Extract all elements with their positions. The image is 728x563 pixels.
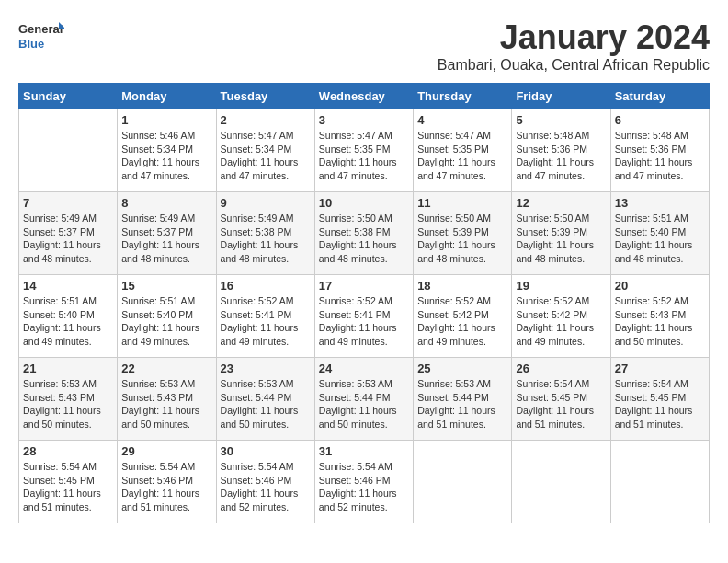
day-info: Sunrise: 5:52 AM Sunset: 5:43 PM Dayligh… (615, 294, 705, 349)
day-number: 5 (516, 113, 606, 127)
day-info: Sunrise: 5:50 AM Sunset: 5:38 PM Dayligh… (319, 212, 409, 266)
day-number: 21 (23, 362, 113, 375)
calendar-header: Sunday Monday Tuesday Wednesday Thursday… (19, 84, 710, 109)
day-number: 9 (221, 196, 311, 210)
calendar-table: Sunday Monday Tuesday Wednesday Thursday… (18, 83, 710, 523)
day-number: 6 (615, 113, 705, 127)
day-number: 16 (221, 279, 311, 293)
cell-1-3: 10 Sunrise: 5:50 AM Sunset: 5:38 PM Dayl… (314, 192, 413, 275)
day-number: 25 (417, 362, 507, 375)
day-info: Sunrise: 5:52 AM Sunset: 5:42 PM Dayligh… (516, 294, 606, 349)
title-area: January 2024 Bambari, Ouaka, Central Afr… (438, 18, 710, 74)
cell-4-1: 29 Sunrise: 5:54 AM Sunset: 5:46 PM Dayl… (118, 441, 216, 523)
day-number: 10 (319, 196, 409, 210)
day-info: Sunrise: 5:51 AM Sunset: 5:40 PM Dayligh… (615, 212, 705, 266)
cell-4-2: 30 Sunrise: 5:54 AM Sunset: 5:46 PM Dayl… (216, 441, 314, 523)
cell-2-2: 16 Sunrise: 5:52 AM Sunset: 5:41 PM Dayl… (216, 275, 314, 358)
day-info: Sunrise: 5:53 AM Sunset: 5:44 PM Dayligh… (319, 377, 409, 431)
week-row-2: 7 Sunrise: 5:49 AM Sunset: 5:37 PM Dayli… (19, 192, 710, 275)
col-friday: Friday (512, 84, 610, 109)
day-number: 2 (221, 113, 311, 127)
cell-4-5 (512, 441, 610, 523)
day-number: 7 (23, 196, 113, 210)
day-info: Sunrise: 5:53 AM Sunset: 5:43 PM Dayligh… (23, 377, 113, 431)
header-row: Sunday Monday Tuesday Wednesday Thursday… (19, 84, 710, 109)
header: General Blue January 2024 Bambari, Ouaka… (18, 18, 710, 74)
day-number: 23 (221, 362, 311, 375)
day-number: 1 (121, 113, 211, 127)
week-row-3: 14 Sunrise: 5:51 AM Sunset: 5:40 PM Dayl… (19, 275, 710, 358)
day-info: Sunrise: 5:47 AM Sunset: 5:35 PM Dayligh… (417, 129, 507, 183)
cell-2-5: 19 Sunrise: 5:52 AM Sunset: 5:42 PM Dayl… (512, 275, 610, 358)
day-number: 19 (516, 279, 606, 293)
cell-4-6 (610, 441, 709, 523)
cell-1-2: 9 Sunrise: 5:49 AM Sunset: 5:38 PM Dayli… (216, 192, 314, 275)
day-info: Sunrise: 5:49 AM Sunset: 5:38 PM Dayligh… (221, 212, 311, 266)
cell-3-5: 26 Sunrise: 5:54 AM Sunset: 5:45 PM Dayl… (512, 358, 610, 441)
cell-3-2: 23 Sunrise: 5:53 AM Sunset: 5:44 PM Dayl… (216, 358, 314, 441)
cell-1-6: 13 Sunrise: 5:51 AM Sunset: 5:40 PM Dayl… (610, 192, 709, 275)
day-info: Sunrise: 5:47 AM Sunset: 5:35 PM Dayligh… (319, 129, 409, 183)
cell-0-5: 5 Sunrise: 5:48 AM Sunset: 5:36 PM Dayli… (512, 109, 610, 192)
day-number: 12 (516, 196, 606, 210)
day-number: 28 (23, 444, 113, 458)
day-number: 8 (121, 196, 211, 210)
day-number: 26 (516, 362, 606, 375)
cell-3-6: 27 Sunrise: 5:54 AM Sunset: 5:45 PM Dayl… (610, 358, 709, 441)
cell-0-4: 4 Sunrise: 5:47 AM Sunset: 5:35 PM Dayli… (414, 109, 512, 192)
day-info: Sunrise: 5:54 AM Sunset: 5:45 PM Dayligh… (23, 460, 113, 514)
day-number: 11 (417, 196, 507, 210)
day-number: 3 (319, 113, 409, 127)
week-row-4: 21 Sunrise: 5:53 AM Sunset: 5:43 PM Dayl… (19, 358, 710, 441)
day-info: Sunrise: 5:51 AM Sunset: 5:40 PM Dayligh… (23, 294, 113, 349)
day-number: 14 (23, 279, 113, 293)
col-monday: Monday (118, 84, 216, 109)
day-info: Sunrise: 5:50 AM Sunset: 5:39 PM Dayligh… (417, 212, 507, 266)
day-number: 4 (417, 113, 507, 127)
day-info: Sunrise: 5:52 AM Sunset: 5:41 PM Dayligh… (319, 294, 409, 349)
day-info: Sunrise: 5:51 AM Sunset: 5:40 PM Dayligh… (121, 294, 211, 349)
cell-2-6: 20 Sunrise: 5:52 AM Sunset: 5:43 PM Dayl… (610, 275, 709, 358)
cell-4-4 (414, 441, 512, 523)
cell-3-4: 25 Sunrise: 5:53 AM Sunset: 5:44 PM Dayl… (414, 358, 512, 441)
day-info: Sunrise: 5:54 AM Sunset: 5:45 PM Dayligh… (516, 377, 606, 431)
col-tuesday: Tuesday (216, 84, 314, 109)
col-saturday: Saturday (610, 84, 709, 109)
cell-1-4: 11 Sunrise: 5:50 AM Sunset: 5:39 PM Dayl… (414, 192, 512, 275)
cell-2-4: 18 Sunrise: 5:52 AM Sunset: 5:42 PM Dayl… (414, 275, 512, 358)
day-number: 30 (221, 444, 311, 458)
cell-2-3: 17 Sunrise: 5:52 AM Sunset: 5:41 PM Dayl… (314, 275, 413, 358)
cell-1-1: 8 Sunrise: 5:49 AM Sunset: 5:37 PM Dayli… (118, 192, 216, 275)
cell-1-5: 12 Sunrise: 5:50 AM Sunset: 5:39 PM Dayl… (512, 192, 610, 275)
calendar-title: January 2024 (438, 18, 710, 57)
day-info: Sunrise: 5:53 AM Sunset: 5:44 PM Dayligh… (417, 377, 507, 431)
cell-0-0 (19, 109, 118, 192)
day-info: Sunrise: 5:52 AM Sunset: 5:41 PM Dayligh… (221, 294, 311, 349)
day-number: 27 (615, 362, 705, 375)
day-number: 29 (121, 444, 211, 458)
day-number: 22 (121, 362, 211, 375)
week-row-1: 1 Sunrise: 5:46 AM Sunset: 5:34 PM Dayli… (19, 109, 710, 192)
day-info: Sunrise: 5:54 AM Sunset: 5:46 PM Dayligh… (121, 460, 211, 514)
logo-svg: General Blue (18, 18, 64, 55)
day-info: Sunrise: 5:50 AM Sunset: 5:39 PM Dayligh… (516, 212, 606, 266)
cell-0-2: 2 Sunrise: 5:47 AM Sunset: 5:34 PM Dayli… (216, 109, 314, 192)
cell-3-0: 21 Sunrise: 5:53 AM Sunset: 5:43 PM Dayl… (19, 358, 118, 441)
day-info: Sunrise: 5:49 AM Sunset: 5:37 PM Dayligh… (121, 212, 211, 266)
day-info: Sunrise: 5:53 AM Sunset: 5:43 PM Dayligh… (121, 377, 211, 431)
cell-3-1: 22 Sunrise: 5:53 AM Sunset: 5:43 PM Dayl… (118, 358, 216, 441)
day-info: Sunrise: 5:53 AM Sunset: 5:44 PM Dayligh… (221, 377, 311, 431)
svg-text:Blue: Blue (18, 37, 44, 51)
day-number: 13 (615, 196, 705, 210)
week-row-5: 28 Sunrise: 5:54 AM Sunset: 5:45 PM Dayl… (19, 441, 710, 523)
day-number: 20 (615, 279, 705, 293)
cell-4-0: 28 Sunrise: 5:54 AM Sunset: 5:45 PM Dayl… (19, 441, 118, 523)
calendar-body: 1 Sunrise: 5:46 AM Sunset: 5:34 PM Dayli… (19, 109, 710, 523)
day-number: 18 (417, 279, 507, 293)
col-wednesday: Wednesday (314, 84, 413, 109)
cell-0-6: 6 Sunrise: 5:48 AM Sunset: 5:36 PM Dayli… (610, 109, 709, 192)
day-info: Sunrise: 5:47 AM Sunset: 5:34 PM Dayligh… (221, 129, 311, 183)
day-number: 15 (121, 279, 211, 293)
day-info: Sunrise: 5:48 AM Sunset: 5:36 PM Dayligh… (615, 129, 705, 183)
cell-1-0: 7 Sunrise: 5:49 AM Sunset: 5:37 PM Dayli… (19, 192, 118, 275)
